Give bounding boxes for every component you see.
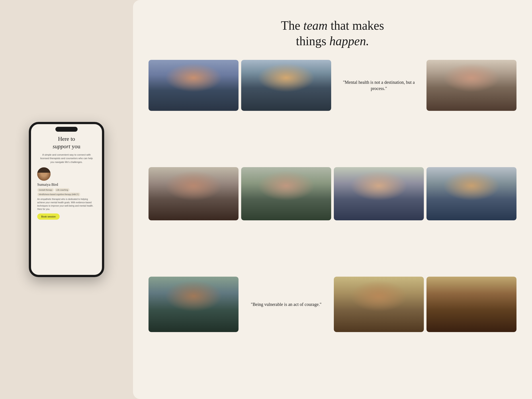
grid-cell-10: [426, 277, 516, 332]
phone-notch: [55, 127, 78, 132]
quote-1-text: "Mental health is not a destination, but…: [338, 79, 419, 92]
title-italic: team: [304, 19, 328, 32]
avatar-hair: [37, 167, 51, 173]
tag-coaching: Life coaching: [55, 188, 70, 192]
therapist-card: Sumaiya Bird Gestalt therapy Life coachi…: [36, 167, 97, 220]
right-panel: The team that makes things happen. "Ment…: [133, 0, 532, 399]
quote-cell-2: "Being vulnerable is an act of courage.": [241, 277, 331, 332]
title-part2: that makes: [327, 19, 384, 32]
person-photo-6: [334, 167, 424, 220]
therapist-tags: Gestalt therapy Life coaching Mindfulnes…: [37, 188, 96, 196]
title-italic: support: [53, 143, 70, 150]
person-photo-2: [241, 60, 331, 111]
book-session-button[interactable]: Book session: [37, 214, 60, 220]
person-photo-4: [149, 167, 239, 220]
therapist-avatar: [37, 167, 51, 181]
grid-cell-5: [241, 167, 331, 220]
person-photo-10: [426, 277, 516, 332]
person-photo-7: [426, 167, 516, 220]
quote-2-text: "Being vulnerable is an act of courage.": [251, 301, 322, 307]
title-line1: Here to: [58, 136, 75, 142]
phone-frame: Here to support you A simple and conveni…: [29, 122, 104, 277]
panel-title: The team that makes things happen.: [149, 18, 516, 49]
title-line2-italic: happen.: [329, 34, 369, 48]
grid-cell-1: [149, 60, 239, 111]
phone-subtitle: A simple and convenient way to connect w…: [36, 153, 97, 164]
avatar-face: [37, 167, 51, 181]
phone-section: Here to support you A simple and conveni…: [0, 0, 133, 399]
grid-cell-8: [149, 277, 239, 332]
therapist-name: Sumaiya Bird: [37, 183, 96, 187]
title-part1: The: [281, 19, 304, 32]
title-line3: you: [72, 143, 80, 150]
grid-cell-4: [149, 167, 239, 220]
grid-cell-3: [426, 60, 516, 111]
tag-gestalt: Gestalt therapy: [37, 188, 54, 192]
person-photo-9: [334, 277, 424, 332]
grid-cell-2: [241, 60, 331, 111]
grid-cell-7: [426, 167, 516, 220]
person-photo-1: [149, 60, 239, 111]
person-photo-5: [241, 167, 331, 220]
title-line2-part1: things: [296, 34, 329, 48]
grid-cell-6: [334, 167, 424, 220]
photo-grid: "Mental health is not a destination, but…: [149, 60, 516, 386]
tag-mbct: Mindfulness-based cognitive therapy (MBC…: [37, 193, 80, 196]
grid-cell-9: [334, 277, 424, 332]
therapist-bio: An empathetic therapist who is dedicated…: [37, 197, 96, 211]
quote-cell-1: "Mental health is not a destination, but…: [334, 60, 424, 111]
person-photo-3: [426, 60, 516, 111]
phone-title: Here to support you: [53, 135, 81, 150]
person-photo-8: [149, 277, 239, 332]
